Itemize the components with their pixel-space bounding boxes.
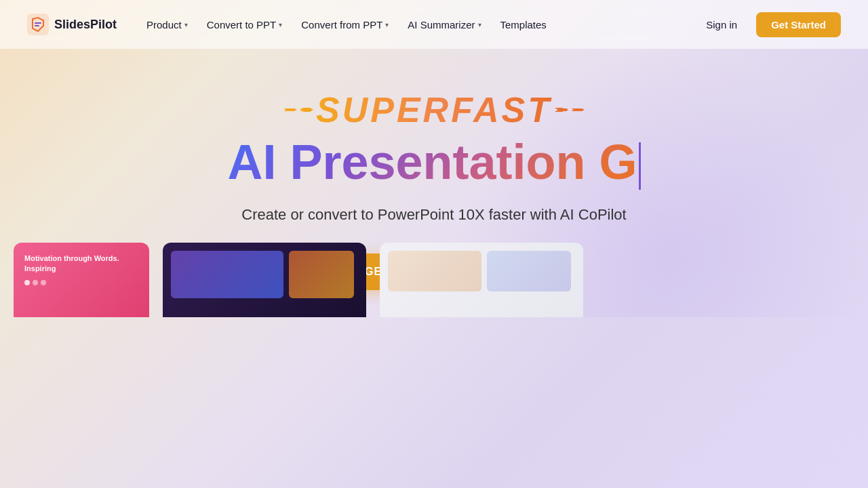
speed-line-icon (283, 108, 297, 111)
nav-convert-from-ppt[interactable]: Convert from PPT ▾ (293, 14, 397, 36)
nav-ai-summarizer-label: AI Summarizer (408, 19, 475, 30)
nav-links: Product ▾ Convert to PPT ▾ Convert from … (138, 14, 698, 36)
nav-ai-summarizer[interactable]: AI Summarizer ▾ (399, 14, 489, 36)
nav-convert-from-ppt-label: Convert from PPT (301, 19, 382, 30)
nav-convert-to-ppt[interactable]: Convert to PPT ▾ (199, 14, 291, 36)
nav-templates-label: Templates (500, 19, 547, 30)
svg-rect-0 (27, 14, 49, 35)
ai-summarizer-chevron-icon: ▾ (478, 21, 481, 28)
superfast-heading: SUPERFAST (316, 90, 552, 129)
get-started-nav-button[interactable]: Get Started (756, 12, 841, 37)
logo[interactable]: SlidesPilot (27, 14, 117, 35)
brand-name: SlidesPilot (54, 18, 117, 32)
sign-in-button[interactable]: Sign in (698, 14, 745, 36)
headline-text: AI Presentation G (227, 135, 637, 189)
nav-product[interactable]: Product ▾ (138, 14, 196, 36)
speed-line-icon (559, 108, 568, 111)
text-cursor (639, 142, 641, 190)
speed-line-icon (571, 108, 585, 111)
preview-card-pink: Motivation through Words. Inspiring (14, 243, 149, 317)
preview-card-light (380, 243, 583, 317)
hero-subtitle: Create or convert to PowerPoint 10X fast… (241, 206, 626, 224)
nav-convert-to-ppt-label: Convert to PPT (207, 19, 277, 30)
navbar: SlidesPilot Product ▾ Convert to PPT ▾ C… (0, 0, 868, 49)
nav-product-label: Product (146, 19, 182, 30)
nav-right: Sign in Get Started (698, 12, 841, 37)
preview-cards-row: Motivation through Words. Inspiring (0, 243, 868, 317)
nav-templates[interactable]: Templates (492, 14, 555, 36)
convert-to-ppt-chevron-icon: ▾ (279, 21, 282, 28)
card-pink-text: Motivation through Words. Inspiring (24, 253, 138, 274)
preview-card-dark (163, 243, 366, 317)
product-chevron-icon: ▾ (184, 21, 188, 28)
convert-from-ppt-chevron-icon: ▾ (385, 21, 389, 28)
main-headline: AI Presentation G (227, 136, 640, 190)
